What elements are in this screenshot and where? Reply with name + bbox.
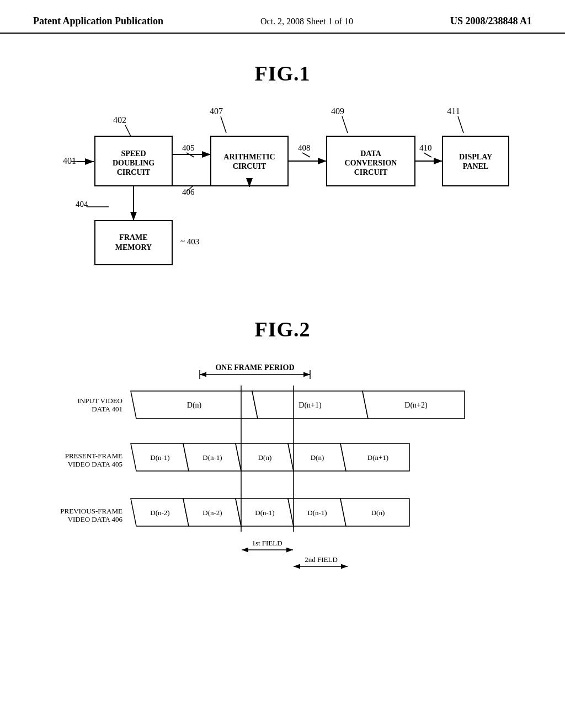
speed-doubling-label2: DOUBLING bbox=[113, 159, 154, 167]
ref-402: 402 bbox=[113, 115, 126, 125]
frame-memory-label2: MEMORY bbox=[115, 243, 152, 251]
display-panel-label2: PANEL bbox=[463, 162, 488, 170]
ref-403: ~ 403 bbox=[180, 237, 199, 246]
svg-line-3 bbox=[458, 116, 463, 133]
arithmetic-box bbox=[211, 136, 288, 186]
data-conv-label3: CIRCUIT bbox=[354, 168, 388, 176]
fig1-title: FIG.1 bbox=[33, 61, 532, 85]
data-conv-label1: DATA bbox=[360, 149, 381, 158]
input-cell-2-label: D(n+1) bbox=[299, 401, 322, 410]
prev-cell-2-label: D(n-2) bbox=[202, 508, 222, 517]
patent-number-label: US 2008/238848 A1 bbox=[450, 15, 532, 27]
fig1-diagram: 402 407 409 411 SPEED DOUBLING CIRCUIT 4… bbox=[45, 102, 520, 290]
speed-doubling-label1: SPEED bbox=[121, 149, 146, 158]
prev-cell-1-label: D(n-2) bbox=[150, 508, 169, 517]
ref-404: 404 bbox=[76, 200, 88, 208]
arithmetic-label1: ARITHMETIC bbox=[223, 153, 275, 161]
pf-cell-5-label: D(n+1) bbox=[367, 453, 388, 462]
ref-407: 407 bbox=[210, 106, 223, 116]
speed-doubling-label3: CIRCUIT bbox=[117, 168, 151, 176]
ref-401: 401 bbox=[63, 156, 76, 165]
fig2-diagram: ONE FRAME PERIOD INPUT VIDEO DATA 401 PR… bbox=[45, 358, 520, 595]
svg-line-0 bbox=[125, 125, 131, 136]
fig1-svg: 402 407 409 411 SPEED DOUBLING CIRCUIT 4… bbox=[45, 102, 520, 290]
input-video-label2: DATA 401 bbox=[92, 405, 122, 413]
ref-406: 406 bbox=[182, 188, 195, 196]
data-conv-label2: CONVERSION bbox=[345, 159, 397, 167]
frame-memory-box bbox=[95, 221, 172, 265]
display-panel-box bbox=[443, 136, 509, 186]
second-field-label: 2nd FIELD bbox=[305, 555, 338, 564]
input-video-label1: INPUT VIDEO bbox=[78, 397, 123, 405]
pf-cell-1-label: D(n-1) bbox=[150, 453, 169, 462]
display-panel-label1: DISPLAY bbox=[459, 153, 492, 161]
input-cell-1-label: D(n) bbox=[187, 401, 202, 410]
arithmetic-label2: CIRCUIT bbox=[233, 162, 266, 170]
prev-cell-4-label: D(n-1) bbox=[307, 508, 327, 517]
svg-line-6 bbox=[302, 153, 310, 157]
svg-line-7 bbox=[424, 153, 431, 157]
previous-frame-label2: VIDEO DATA 406 bbox=[68, 515, 123, 523]
pf-cell-4-label: D(n) bbox=[311, 453, 324, 462]
date-sheet-label: Oct. 2, 2008 Sheet 1 of 10 bbox=[260, 17, 353, 26]
prev-cell-3-label: D(n-1) bbox=[255, 508, 274, 517]
pf-cell-2-label: D(n-1) bbox=[202, 453, 222, 462]
svg-line-1 bbox=[221, 116, 226, 133]
fig2-title: FIG.2 bbox=[33, 317, 532, 341]
frame-memory-label1: FRAME bbox=[119, 233, 147, 242]
present-frame-label1: PRESENT-FRAME bbox=[65, 452, 122, 460]
present-frame-label2: VIDEO DATA 405 bbox=[68, 460, 122, 468]
ref-405: 405 bbox=[182, 143, 195, 152]
page-header: Patent Application Publication Oct. 2, 2… bbox=[0, 0, 565, 34]
one-frame-label: ONE FRAME PERIOD bbox=[215, 363, 294, 372]
first-field-label: 1st FIELD bbox=[252, 539, 282, 547]
ref-411: 411 bbox=[447, 106, 460, 116]
ref-409: 409 bbox=[331, 106, 344, 116]
prev-cell-5-label: D(n) bbox=[371, 508, 385, 517]
fig2-svg: ONE FRAME PERIOD INPUT VIDEO DATA 401 PR… bbox=[45, 358, 520, 595]
ref-408: 408 bbox=[298, 143, 311, 152]
pf-cell-3-label: D(n) bbox=[258, 453, 272, 462]
ref-410: 410 bbox=[419, 143, 432, 152]
input-cell-3-label: D(n+2) bbox=[404, 401, 428, 410]
previous-frame-label1: PREVIOUS-FRAME bbox=[60, 507, 122, 515]
svg-line-2 bbox=[342, 116, 348, 133]
main-content: FIG.1 402 407 409 411 SPEED DOUBLING CIR… bbox=[0, 34, 565, 612]
publication-label: Patent Application Publication bbox=[33, 15, 163, 27]
